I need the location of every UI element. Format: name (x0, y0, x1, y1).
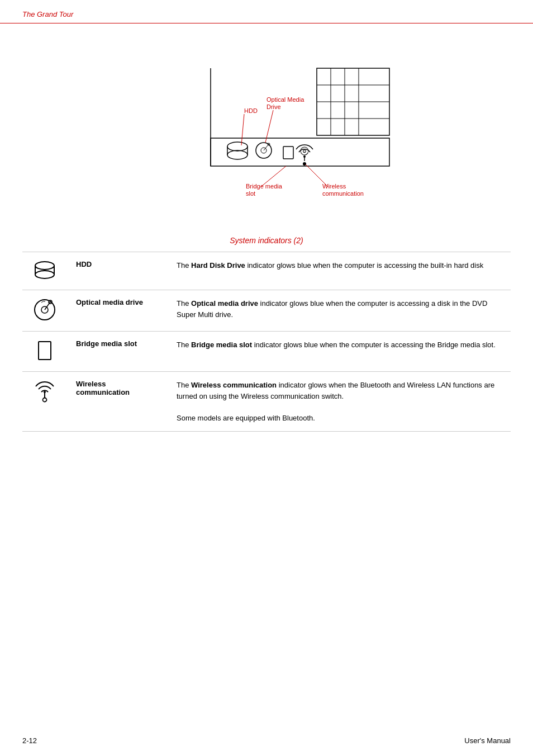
svg-point-35 (35, 271, 54, 278)
svg-point-9 (227, 142, 248, 151)
diagram-svg: ⦾ HDD Optical Media Drive Bridge media (77, 35, 456, 236)
svg-point-12 (227, 150, 248, 159)
optical-name: Optical media drive (67, 290, 168, 332)
svg-point-32 (35, 262, 54, 270)
svg-point-42 (44, 391, 46, 393)
hdd-icon (33, 260, 56, 280)
svg-line-31 (306, 164, 328, 187)
svg-text:⦾: ⦾ (300, 145, 309, 157)
svg-point-20 (303, 162, 306, 166)
page-container: The Grand Tour (0, 0, 533, 756)
hdd-icon-cell (22, 252, 67, 290)
optical-icon-cell (22, 290, 67, 332)
svg-line-22 (241, 114, 244, 145)
bridge-description: The Bridge media slot indicator glows bl… (168, 332, 511, 372)
table-row: HDD The Hard Disk Drive indicator glows … (22, 252, 511, 290)
svg-text:HDD: HDD (244, 107, 258, 114)
manual-title: User's Manual (464, 736, 511, 745)
hdd-description: The Hard Disk Drive indicator glows blue… (168, 252, 511, 290)
wireless-icon (31, 380, 58, 407)
svg-point-41 (43, 398, 47, 402)
optical-description: The Optical media drive indicator glows … (168, 290, 511, 332)
optical-drive-icon (33, 298, 56, 322)
wireless-description: The Wireless communication indicator glo… (168, 372, 511, 432)
bridge-name: Bridge media slot (67, 332, 168, 372)
svg-text:Optical Media: Optical Media (266, 96, 304, 103)
bridge-media-icon (36, 339, 54, 362)
page-header: The Grand Tour (0, 0, 533, 23)
diagram-area: ⦾ HDD Optical Media Drive Bridge media (0, 23, 533, 236)
svg-text:Drive: Drive (266, 103, 281, 110)
wireless-icon-cell (22, 372, 67, 432)
wireless-name: Wirelesscommunication (67, 372, 168, 432)
svg-rect-16 (283, 147, 293, 159)
svg-text:communication: communication (322, 190, 364, 197)
page-footer: 2-12 User's Manual (22, 736, 511, 745)
hdd-name: HDD (67, 252, 168, 290)
page-number: 2-12 (22, 736, 37, 745)
indicators-table: HDD The Hard Disk Drive indicator glows … (22, 252, 511, 432)
svg-rect-39 (39, 342, 51, 360)
table-row: Bridge media slot The Bridge media slot … (22, 332, 511, 372)
table-row: Optical media drive The Optical media dr… (22, 290, 511, 332)
bridge-icon-cell (22, 332, 67, 372)
svg-text:Wireless: Wireless (322, 183, 346, 190)
chapter-title: The Grand Tour (22, 10, 73, 18)
svg-text:slot: slot (246, 190, 255, 197)
table-row: Wirelesscommunication The Wireless commu… (22, 372, 511, 432)
section-title: System indicators (2) (230, 236, 303, 251)
